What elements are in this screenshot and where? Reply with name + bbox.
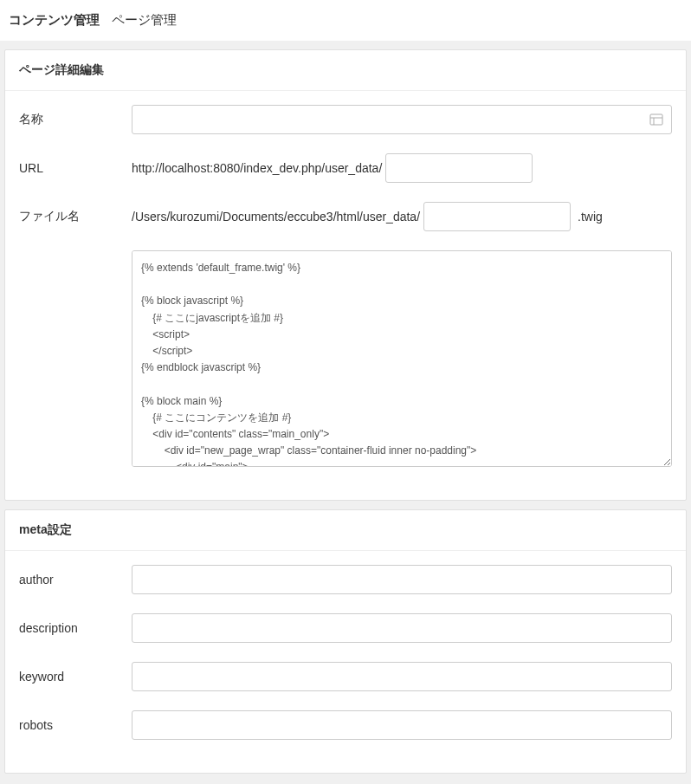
label-file-name: ファイル名 — [19, 209, 132, 224]
meta-panel-title: meta設定 — [5, 510, 686, 551]
page-detail-title: ページ詳細編集 — [5, 50, 686, 91]
file-name-suffix: .twig — [578, 210, 603, 224]
label-description: description — [19, 621, 132, 635]
label-url: URL — [19, 161, 132, 175]
url-input[interactable] — [385, 153, 533, 183]
page-detail-body: 名称 URL http://localhost:8080/ind — [5, 91, 686, 500]
name-input[interactable] — [132, 105, 672, 134]
file-name-input[interactable] — [423, 202, 571, 231]
label-keyword: keyword — [19, 670, 132, 684]
header-sub-title: ページ管理 — [112, 12, 177, 27]
file-name-prefix: /Users/kurozumi/Documents/eccube3/html/u… — [132, 210, 420, 224]
row-robots: robots — [19, 710, 672, 740]
row-description: description — [19, 613, 672, 643]
row-url: URL http://localhost:8080/index_dev.php/… — [19, 153, 672, 183]
row-tpl-data — [19, 250, 672, 467]
row-keyword: keyword — [19, 662, 672, 691]
meta-panel: meta設定 author description keyword robots — [4, 509, 687, 774]
tpl-data-textarea[interactable] — [132, 250, 672, 467]
row-file-name: ファイル名 /Users/kurozumi/Documents/eccube3/… — [19, 202, 672, 231]
label-name: 名称 — [19, 112, 132, 127]
svg-rect-0 — [650, 114, 662, 125]
page-detail-panel: ページ詳細編集 名称 URL ht — [4, 49, 687, 501]
robots-input[interactable] — [132, 710, 672, 740]
row-author: author — [19, 565, 672, 594]
form-icon — [649, 113, 663, 126]
author-input[interactable] — [132, 565, 672, 594]
label-author: author — [19, 573, 132, 586]
row-name: 名称 — [19, 105, 672, 134]
keyword-input[interactable] — [132, 662, 672, 691]
page-header: コンテンツ管理 ページ管理 — [0, 0, 691, 41]
description-input[interactable] — [132, 613, 672, 643]
meta-panel-body: author description keyword robots — [5, 551, 686, 773]
header-main-title: コンテンツ管理 — [9, 12, 100, 27]
url-prefix: http://localhost:8080/index_dev.php/user… — [132, 161, 382, 175]
label-robots: robots — [19, 718, 132, 732]
